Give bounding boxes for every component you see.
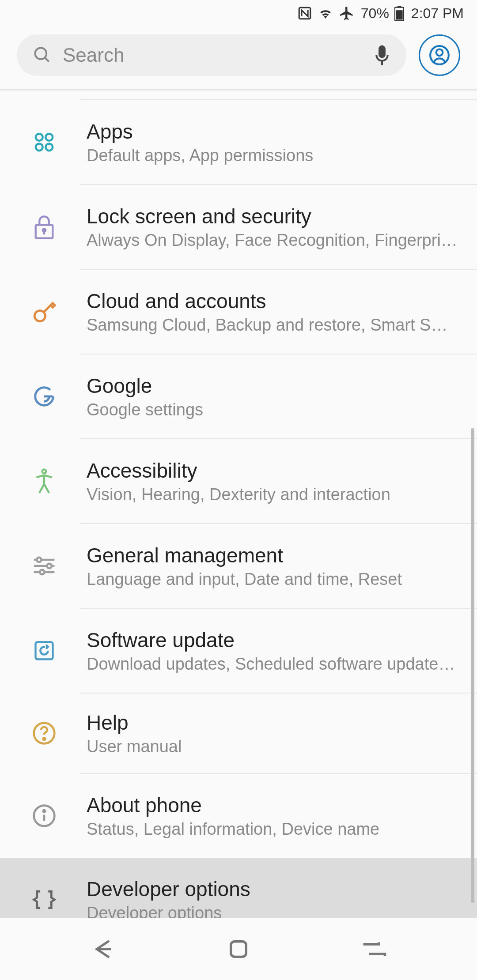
recents-button[interactable] xyxy=(356,931,392,967)
item-title: Apps xyxy=(87,120,459,143)
item-subtitle: Language and input, Date and time, Reset xyxy=(87,570,459,589)
item-title: General management xyxy=(87,543,459,567)
home-button[interactable] xyxy=(221,931,256,967)
settings-item-lock-screen[interactable]: Lock screen and security Always On Displ… xyxy=(0,185,477,269)
item-subtitle: Always On Display, Face Recognition, Fin… xyxy=(87,231,459,250)
item-title: About phone xyxy=(87,793,459,817)
settings-item-general-management[interactable]: General management Language and input, D… xyxy=(0,524,477,608)
svg-point-29 xyxy=(43,810,45,812)
scroll-indicator[interactable] xyxy=(471,428,474,903)
settings-item-about-phone[interactable]: About phone Status, Legal information, D… xyxy=(0,774,477,858)
navigation-bar xyxy=(0,918,477,980)
status-time: 2:07 PM xyxy=(411,5,464,22)
svg-rect-25 xyxy=(36,642,53,660)
settings-list[interactable]: Apps Default apps, App permissions Lock … xyxy=(0,99,477,942)
item-subtitle: Status, Legal information, Device name xyxy=(87,820,459,839)
battery-percent: 70% xyxy=(361,5,389,22)
svg-rect-6 xyxy=(379,45,386,58)
back-button[interactable] xyxy=(85,931,121,967)
settings-item-accessibility[interactable]: Accessibility Vision, Hearing, Dexterity… xyxy=(0,439,477,523)
item-subtitle: User manual xyxy=(87,737,459,756)
google-icon xyxy=(26,384,62,408)
svg-rect-2 xyxy=(398,6,401,8)
svg-point-9 xyxy=(436,49,443,56)
search-icon xyxy=(33,45,52,65)
header-divider xyxy=(0,89,477,90)
item-subtitle: Samsung Cloud, Backup and restore, Smart… xyxy=(87,316,459,335)
mic-icon[interactable] xyxy=(374,44,390,67)
svg-rect-3 xyxy=(396,10,402,19)
svg-point-11 xyxy=(45,134,53,141)
search-field[interactable] xyxy=(17,34,406,76)
accessibility-icon xyxy=(26,467,62,495)
nfc-icon xyxy=(297,6,312,21)
airplane-icon xyxy=(339,5,355,21)
svg-point-24 xyxy=(40,570,44,574)
search-header xyxy=(0,26,477,89)
lock-icon xyxy=(26,214,62,240)
settings-item-software-update[interactable]: Software update Download updates, Schedu… xyxy=(0,609,477,693)
sliders-icon xyxy=(26,555,62,577)
search-input[interactable] xyxy=(63,44,363,66)
svg-point-22 xyxy=(47,564,52,568)
help-icon xyxy=(26,721,62,746)
item-subtitle: Download updates, Scheduled software upd… xyxy=(87,655,459,674)
settings-item-apps[interactable]: Apps Default apps, App permissions xyxy=(0,100,477,184)
status-bar: 70% 2:07 PM xyxy=(0,0,477,26)
update-icon xyxy=(26,639,62,662)
svg-rect-32 xyxy=(231,942,246,957)
developer-icon xyxy=(26,889,62,911)
item-subtitle: Vision, Hearing, Dexterity and interacti… xyxy=(87,485,459,504)
svg-point-13 xyxy=(45,143,53,151)
wifi-icon xyxy=(318,5,333,21)
item-title: Accessibility xyxy=(87,459,459,482)
item-title: Lock screen and security xyxy=(87,204,459,228)
info-icon xyxy=(26,803,62,828)
battery-icon xyxy=(394,6,404,21)
svg-point-27 xyxy=(43,738,45,740)
svg-point-18 xyxy=(42,469,46,473)
apps-icon xyxy=(26,130,62,154)
item-title: Google xyxy=(87,374,459,398)
item-title: Help xyxy=(87,711,459,735)
settings-item-google[interactable]: Google Google settings xyxy=(0,354,477,438)
svg-point-10 xyxy=(36,134,43,141)
item-subtitle: Google settings xyxy=(87,400,459,419)
key-icon xyxy=(26,299,62,324)
svg-line-5 xyxy=(45,58,49,62)
settings-item-help[interactable]: Help User manual xyxy=(0,694,477,773)
svg-point-12 xyxy=(36,143,43,151)
profile-button[interactable] xyxy=(419,34,460,76)
svg-point-20 xyxy=(37,558,41,562)
settings-item-cloud-accounts[interactable]: Cloud and accounts Samsung Cloud, Backup… xyxy=(0,270,477,354)
item-subtitle: Default apps, App permissions xyxy=(87,146,459,165)
item-title: Cloud and accounts xyxy=(87,289,459,313)
item-title: Software update xyxy=(87,628,459,652)
svg-point-4 xyxy=(35,48,47,60)
item-title: Developer options xyxy=(87,877,459,901)
